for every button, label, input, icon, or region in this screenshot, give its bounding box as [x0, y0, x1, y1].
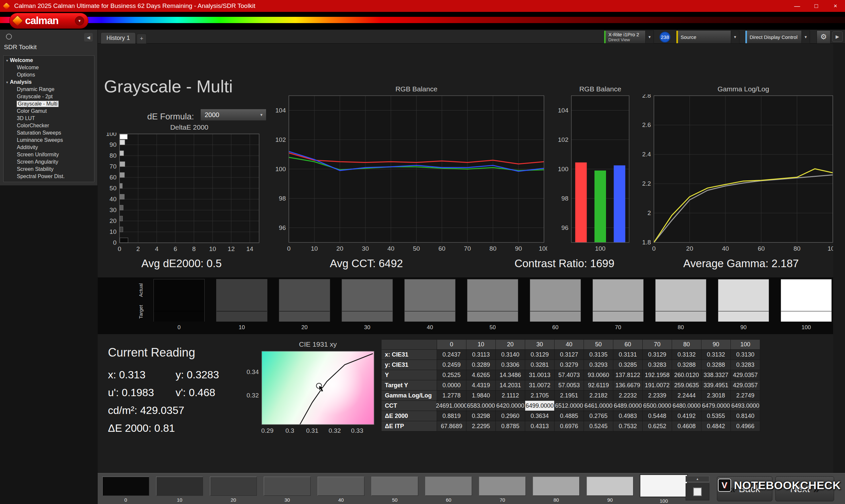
svg-text:40: 40	[722, 245, 729, 252]
meter-count-badge[interactable]: 238	[659, 32, 670, 42]
pattern-window-button[interactable]	[686, 483, 709, 500]
collapse-sidebar-button[interactable]: ◀	[84, 33, 93, 41]
table-cell: 0.8785	[496, 421, 525, 431]
swatch-target-region	[468, 311, 518, 322]
patch-level-40[interactable]: 40	[318, 476, 365, 504]
minimize-button[interactable]: —	[788, 0, 807, 12]
patch-level-10[interactable]: 10	[156, 476, 203, 504]
sidebar-item-screen-uniformity[interactable]: Screen Uniformity	[4, 151, 94, 158]
table-cell: 338.3327	[701, 370, 731, 380]
sidebar-item-dynamic-range[interactable]: Dynamic Range	[4, 86, 94, 93]
svg-text:2: 2	[647, 210, 651, 216]
source-selector[interactable]: Source ▼	[676, 30, 739, 43]
patch-level-0[interactable]: 0	[102, 476, 149, 504]
table-cell: 0.4192	[672, 411, 701, 421]
sidebar-item-saturation-sweeps[interactable]: Saturation Sweeps	[4, 129, 94, 137]
patch-level-100[interactable]: 100	[640, 476, 687, 504]
table-cell: 137.8122	[613, 370, 642, 380]
svg-text:10: 10	[209, 246, 216, 252]
sidebar-item-label: ColorChecker	[17, 123, 49, 129]
target-row-label: Target	[138, 302, 144, 323]
patch-level-30[interactable]: 30	[264, 476, 311, 504]
sidebar-item-welcome[interactable]: ▾Welcome	[4, 57, 94, 64]
display-control-selector[interactable]: Direct Display Control ▼	[745, 30, 810, 43]
sidebar-item-luminance-sweeps[interactable]: Luminance Sweeps	[4, 137, 94, 144]
svg-text:20: 20	[336, 245, 343, 252]
table-cell: 31.0013	[525, 370, 554, 380]
patch-level-20[interactable]: 20	[210, 476, 257, 504]
calman-menu-button[interactable]: calman ▼	[9, 13, 88, 29]
table-cell: 0.3281	[525, 360, 554, 370]
svg-text:70: 70	[110, 163, 117, 170]
sidebar-item-screen-stability[interactable]: Screen Stability	[4, 166, 94, 173]
sidebar-item-options[interactable]: Options	[4, 71, 94, 78]
back-button[interactable]: « Back	[717, 476, 772, 501]
maximize-button[interactable]: □	[807, 0, 826, 12]
expander-icon[interactable]: ▾	[6, 59, 8, 62]
sidebar-item-grayscale-multi[interactable]: Grayscale - Multi	[4, 100, 94, 108]
sidebar-item-additivity[interactable]: Additivity	[4, 144, 94, 151]
sidebar-item-label: Dynamic Range	[17, 86, 54, 92]
sidebar-item-color-gamut[interactable]: Color Gamut	[4, 108, 94, 115]
table-cell: 0.8819	[437, 411, 466, 421]
svg-text:60: 60	[758, 245, 765, 252]
page-title: Grayscale - Multi	[104, 76, 233, 96]
settings-gear-button[interactable]: ⚙	[816, 30, 830, 43]
sidebar-item-spectral-power-dist[interactable]: Spectral Power Dist.	[4, 173, 94, 180]
table-col-header: 100	[731, 340, 760, 349]
table-cell: 1.2778	[437, 391, 466, 401]
patch-level-label: 10	[156, 497, 203, 503]
sidebar-item-label: Luminance Sweeps	[17, 137, 63, 143]
patch-level-60[interactable]: 60	[425, 476, 472, 504]
sidebar-item-welcome[interactable]: Welcome	[4, 64, 94, 71]
sidebar-item-grayscale-2pt[interactable]: Grayscale - 2pt	[4, 93, 94, 100]
sidebar-item-colorchecker[interactable]: ColorChecker	[4, 122, 94, 129]
patch-level-70[interactable]: 70	[479, 476, 526, 504]
swatch-color	[655, 279, 706, 322]
sidebar: ◀ SDR Toolkit ▾WelcomeWelcomeOptions▾Ana…	[0, 30, 98, 185]
back-chevron-icon: «	[729, 483, 735, 494]
table-col-header: 20	[496, 340, 525, 349]
swatch-actual-region	[216, 280, 267, 311]
table-cell: 2.2232	[613, 391, 642, 401]
table-cell: 0.4983	[613, 411, 642, 421]
window-controls: — □ ×	[788, 0, 845, 12]
sidebar-item-screen-angularity[interactable]: Screen Angularity	[4, 158, 94, 166]
close-button[interactable]: ×	[826, 0, 845, 12]
table-cell: 0.4885	[554, 411, 584, 421]
svg-text:30: 30	[110, 206, 117, 213]
table-cell: 2.1112	[496, 391, 525, 401]
swatch-actual-region	[154, 280, 204, 311]
svg-text:10: 10	[110, 228, 117, 235]
patch-level-80[interactable]: 80	[533, 476, 580, 504]
patch-level-label: 70	[479, 497, 526, 503]
table-cell: 191.0072	[642, 380, 672, 391]
pattern-scroll-up-button[interactable]: ▲	[686, 476, 709, 482]
grayscale-swatch-80: 80	[655, 279, 706, 331]
rainbow-gradient-bar	[0, 17, 845, 23]
patch-level-90[interactable]: 90	[586, 476, 633, 504]
expander-icon[interactable]: ▾	[6, 80, 8, 84]
de-formula-select[interactable]: 2000 ▼	[200, 109, 266, 121]
svg-text:100: 100	[595, 245, 606, 252]
back-label: Back	[739, 484, 760, 494]
svg-text:80: 80	[490, 245, 496, 252]
reading-u: u': 0.1983	[108, 386, 176, 399]
add-tab-button[interactable]: +	[137, 34, 146, 43]
meter-selector[interactable]: X-Rite i1Pro 2 Direct View ▼	[604, 30, 654, 43]
next-button[interactable]: Next »	[775, 476, 834, 501]
calman-menu-caret-icon[interactable]: ▼	[75, 16, 84, 25]
svg-text:98: 98	[279, 195, 286, 202]
sidebar-item-3d-lut[interactable]: 3D LUT	[4, 115, 94, 122]
swatch-color	[781, 279, 832, 322]
sidebar-menu-icon[interactable]	[6, 34, 12, 40]
collapse-right-panel-button[interactable]: ▶	[832, 31, 843, 42]
swatch-target-region	[342, 311, 392, 322]
svg-text:0.29: 0.29	[261, 427, 274, 434]
patch-level-50[interactable]: 50	[371, 476, 418, 504]
swatch-row: 0102030405060708090100	[154, 279, 832, 331]
table-cell: 6499.0000	[525, 401, 554, 411]
sidebar-item-analysis[interactable]: ▾Analysis	[4, 78, 94, 86]
sidebar-item-label: Options	[17, 72, 35, 78]
tab-history-1[interactable]: History 1	[101, 32, 136, 43]
